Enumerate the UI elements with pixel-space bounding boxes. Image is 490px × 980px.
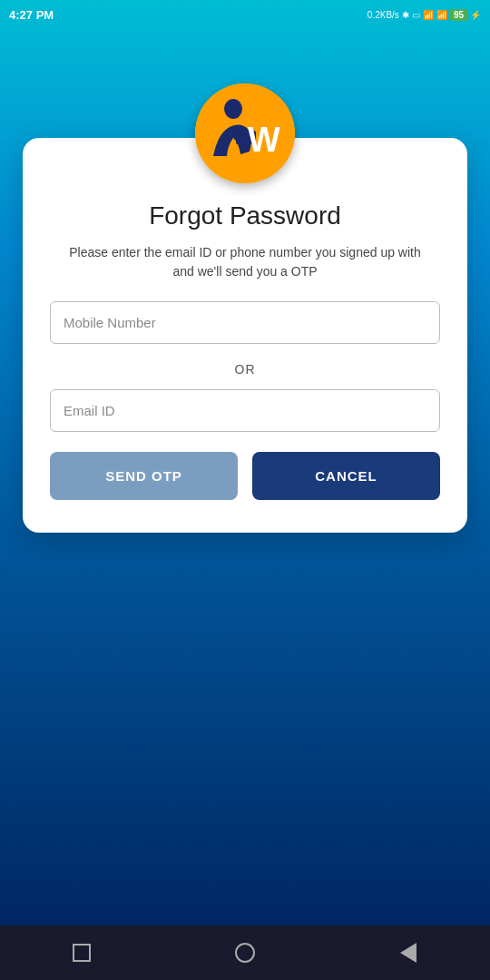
send-otp-button[interactable]: SEND OTP [50,452,238,500]
battery-percent: 95 [450,9,467,21]
cancel-button[interactable]: CANCEL [252,452,440,500]
charging-icon: ⚡ [470,10,481,20]
recent-apps-button[interactable] [69,940,94,965]
main-content: W Forgot Password Please enter the email… [0,29,490,980]
action-buttons: SEND OTP CANCEL [50,452,440,500]
battery-icon: ▭ [412,10,420,20]
status-bar: 4:27 PM 0.2KB/s ✱ ▭ 📶 📶 95 ⚡ [0,0,490,29]
signal-icon: 📶 [423,10,434,20]
network-speed: 0.2KB/s [368,10,399,20]
email-input[interactable] [50,389,440,432]
mobile-number-input[interactable] [50,301,440,344]
back-button[interactable] [396,940,421,965]
or-divider: OR [235,362,256,377]
bluetooth-icon: ✱ [402,10,409,20]
card-subtitle: Please enter the email ID or phone numbe… [50,243,440,281]
svg-point-1 [224,99,242,119]
recent-apps-icon [73,944,91,962]
home-button[interactable] [232,940,258,965]
svg-text:W: W [248,121,280,159]
back-icon [400,943,416,963]
app-logo: W [195,83,295,183]
card-title: Forgot Password [149,201,341,230]
forgot-password-card: Forgot Password Please enter the email I… [23,138,467,533]
home-icon [235,943,255,963]
wifi-icon: 📶 [436,10,447,20]
status-icons: 0.2KB/s ✱ ▭ 📶 📶 95 ⚡ [368,9,481,21]
status-time: 4:27 PM [9,8,54,22]
bottom-navigation [0,926,490,980]
